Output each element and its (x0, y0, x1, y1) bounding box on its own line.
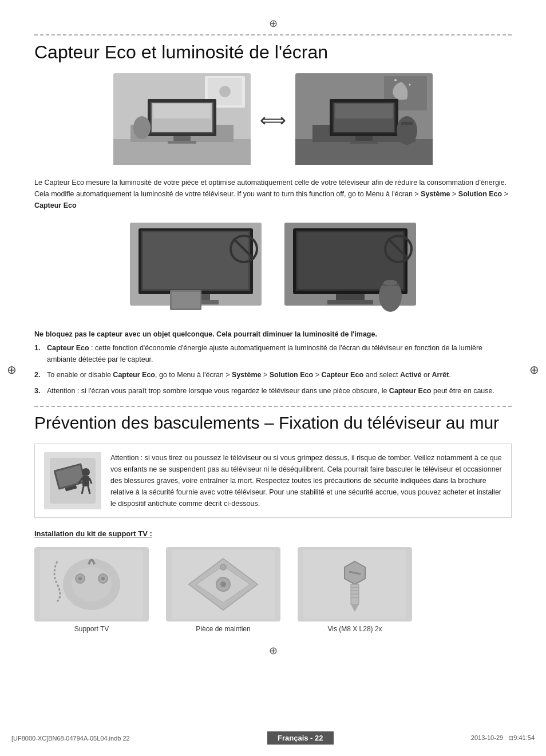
hardware-item-vis: Vis (M8 X L28) 2x (298, 547, 412, 633)
section1-title: Capteur Eco et luminosité de l'écran (34, 41, 512, 63)
list-item-2: 2. To enable or disable Capteur Eco, go … (34, 370, 512, 381)
direction-arrow-icon: ⟺ (260, 109, 286, 131)
svg-point-45 (383, 280, 397, 286)
tv-bright-image (113, 73, 251, 167)
list-item-1: 1. Capteur Eco : cette fonction d'économ… (34, 343, 512, 365)
svg-point-70 (220, 564, 226, 570)
svg-point-15 (394, 79, 397, 81)
svg-line-47 (388, 239, 409, 259)
svg-point-64 (101, 577, 105, 580)
crosshair-bottom-icon: ⊕ (269, 645, 278, 656)
svg-point-3 (219, 86, 231, 97)
svg-rect-42 (327, 300, 373, 304)
svg-line-36 (234, 239, 254, 259)
footer-left: [UF8000-XC]BN68-04794A-05L04.indb 22 (11, 735, 130, 742)
section2-separator (34, 406, 512, 407)
page-footer: [UF8000-XC]BN68-04794A-05L04.indb 22 Fra… (0, 731, 546, 745)
hardware-item-support-tv: Support TV (34, 547, 149, 633)
svg-rect-24 (350, 141, 378, 144)
section2-title: Prévention des basculements – Fixation d… (34, 413, 512, 433)
section1-warning: Ne bloquez pas le capteur avec un objet … (34, 330, 512, 338)
svg-rect-41 (336, 294, 365, 300)
section2-warning-text: Attention : si vous tirez ou poussez le … (110, 452, 502, 509)
vis-label: Vis (M8 X L28) 2x (327, 625, 382, 633)
tv-blocked-left (130, 223, 262, 319)
svg-point-52 (82, 468, 90, 476)
section1-separator (34, 34, 512, 35)
svg-rect-10 (173, 136, 191, 141)
bottom-crosshair: ⊕ (34, 644, 512, 657)
support-tv-image (34, 547, 149, 622)
svg-rect-34 (172, 292, 200, 308)
svg-rect-60 (72, 567, 112, 601)
side-crosshair-right-icon: ⊕ (529, 363, 539, 377)
footer-right: 2013-10-29 ⊟9:41:54 (471, 734, 535, 742)
install-kit-title: Installation du kit de support TV : (34, 529, 512, 538)
piece-maintien-label: Pièce de maintien (196, 625, 250, 633)
section1-list: 1. Capteur Eco : cette fonction d'économ… (34, 343, 512, 397)
hardware-items-row: Support TV Pièce de maintien (34, 547, 512, 633)
vis-image (298, 547, 412, 622)
svg-point-69 (220, 581, 226, 587)
footer-center: Français - 22 (267, 731, 334, 745)
svg-rect-26 (401, 122, 413, 125)
side-crosshair-left-icon: ⊕ (7, 363, 17, 377)
svg-point-62 (78, 577, 82, 580)
crosshair-top-icon: ⊕ (269, 18, 278, 29)
svg-point-16 (409, 84, 411, 86)
support-tv-label: Support TV (74, 625, 109, 633)
list-item-3: 3. Attention : si l'écran vous paraît tr… (34, 386, 512, 397)
section2-warning-box: Attention : si vous tirez ou poussez le … (34, 444, 512, 518)
sensor-block-images (34, 223, 512, 319)
svg-rect-22 (335, 104, 393, 118)
section1-description: Le Capteur Eco mesure la luminosité de v… (34, 177, 512, 211)
warning-icon (44, 452, 101, 509)
svg-rect-53 (82, 476, 89, 486)
svg-point-12 (133, 116, 151, 139)
tv-blocked-right (284, 223, 416, 319)
svg-rect-11 (168, 141, 196, 144)
top-crosshair: ⊕ (34, 17, 512, 30)
tv-dark-image (295, 73, 433, 167)
hardware-item-piece-maintien: Pièce de maintien (166, 547, 280, 633)
svg-rect-23 (355, 136, 373, 141)
page-container: ⊕ ⊕ ⊕ Capteur Eco et luminosité de l'écr… (0, 0, 546, 756)
piece-maintien-image (166, 547, 280, 622)
svg-rect-9 (153, 104, 211, 118)
svg-point-25 (397, 116, 417, 145)
section1-images: ⟺ (34, 73, 512, 167)
